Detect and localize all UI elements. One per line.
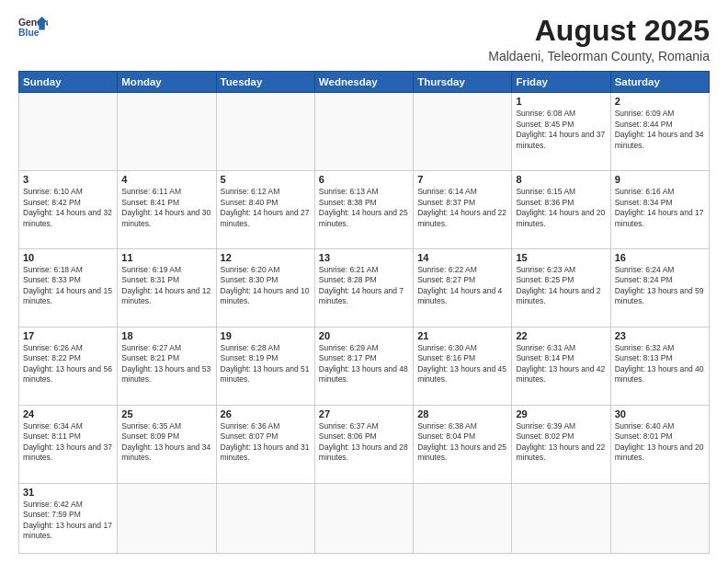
day-number: 5 <box>221 174 311 185</box>
day-number: 6 <box>319 174 409 185</box>
calendar-cell <box>314 93 413 171</box>
weekday-header-tuesday: Tuesday <box>216 72 314 93</box>
calendar-cell: 25Sunrise: 6:35 AMSunset: 8:09 PMDayligh… <box>118 405 216 483</box>
day-info: Sunrise: 6:20 AMSunset: 8:30 PMDaylight:… <box>221 265 311 307</box>
day-number: 23 <box>615 330 705 341</box>
day-number: 28 <box>417 408 507 419</box>
calendar-cell: 22Sunrise: 6:31 AMSunset: 8:14 PMDayligh… <box>512 327 610 405</box>
day-number: 7 <box>417 174 507 185</box>
day-number: 2 <box>615 96 705 107</box>
calendar-cell: 26Sunrise: 6:36 AMSunset: 8:07 PMDayligh… <box>216 405 314 483</box>
calendar-cell: 28Sunrise: 6:38 AMSunset: 8:04 PMDayligh… <box>414 405 512 483</box>
calendar-cell <box>118 93 216 171</box>
day-info: Sunrise: 6:08 AMSunset: 8:45 PMDaylight:… <box>516 109 606 151</box>
day-info: Sunrise: 6:27 AMSunset: 8:21 PMDaylight:… <box>121 343 211 385</box>
day-info: Sunrise: 6:42 AMSunset: 7:59 PMDaylight:… <box>23 500 113 542</box>
calendar-cell: 15Sunrise: 6:23 AMSunset: 8:25 PMDayligh… <box>512 249 610 327</box>
calendar-week-1: 1Sunrise: 6:08 AMSunset: 8:45 PMDaylight… <box>19 93 710 171</box>
weekday-header-row: SundayMondayTuesdayWednesdayThursdayFrid… <box>19 72 710 93</box>
day-number: 14 <box>417 252 507 263</box>
calendar-cell <box>314 483 413 553</box>
day-info: Sunrise: 6:28 AMSunset: 8:19 PMDaylight:… <box>221 343 311 385</box>
day-number: 8 <box>516 174 606 185</box>
day-number: 21 <box>417 330 507 341</box>
day-info: Sunrise: 6:10 AMSunset: 8:42 PMDaylight:… <box>23 187 113 229</box>
month-title: August 2025 <box>488 15 710 47</box>
day-info: Sunrise: 6:31 AMSunset: 8:14 PMDaylight:… <box>516 343 606 385</box>
day-info: Sunrise: 6:40 AMSunset: 8:01 PMDaylight:… <box>615 421 705 464</box>
day-info: Sunrise: 6:14 AMSunset: 8:37 PMDaylight:… <box>417 187 507 229</box>
calendar-cell: 30Sunrise: 6:40 AMSunset: 8:01 PMDayligh… <box>610 405 709 483</box>
day-number: 10 <box>23 252 113 263</box>
header: General Blue August 2025 Maldaeni, Teleo… <box>18 15 710 63</box>
calendar-cell: 11Sunrise: 6:19 AMSunset: 8:31 PMDayligh… <box>118 249 216 327</box>
weekday-header-thursday: Thursday <box>414 72 512 93</box>
calendar-week-3: 10Sunrise: 6:18 AMSunset: 8:33 PMDayligh… <box>19 249 710 327</box>
calendar-cell: 1Sunrise: 6:08 AMSunset: 8:45 PMDaylight… <box>512 93 610 171</box>
title-area: August 2025 Maldaeni, Teleorman County, … <box>488 15 710 63</box>
day-info: Sunrise: 6:30 AMSunset: 8:16 PMDaylight:… <box>417 343 507 385</box>
day-info: Sunrise: 6:36 AMSunset: 8:07 PMDaylight:… <box>221 421 311 464</box>
calendar-week-4: 17Sunrise: 6:26 AMSunset: 8:22 PMDayligh… <box>19 327 710 405</box>
calendar-cell: 18Sunrise: 6:27 AMSunset: 8:21 PMDayligh… <box>118 327 216 405</box>
calendar-cell: 5Sunrise: 6:12 AMSunset: 8:40 PMDaylight… <box>216 171 314 249</box>
day-info: Sunrise: 6:12 AMSunset: 8:40 PMDaylight:… <box>221 187 311 229</box>
day-number: 15 <box>516 252 606 263</box>
day-number: 20 <box>319 330 409 341</box>
day-number: 13 <box>319 252 409 263</box>
day-number: 1 <box>516 96 606 107</box>
location-subtitle: Maldaeni, Teleorman County, Romania <box>488 49 710 63</box>
day-number: 27 <box>319 408 409 419</box>
day-number: 24 <box>23 408 113 419</box>
weekday-header-saturday: Saturday <box>610 72 709 93</box>
day-number: 11 <box>121 252 211 263</box>
day-number: 18 <box>121 330 211 341</box>
day-info: Sunrise: 6:13 AMSunset: 8:38 PMDaylight:… <box>319 187 409 229</box>
day-info: Sunrise: 6:29 AMSunset: 8:17 PMDaylight:… <box>319 343 409 385</box>
calendar-cell <box>216 93 314 171</box>
day-info: Sunrise: 6:15 AMSunset: 8:36 PMDaylight:… <box>516 187 606 229</box>
calendar-cell: 12Sunrise: 6:20 AMSunset: 8:30 PMDayligh… <box>216 249 314 327</box>
day-number: 22 <box>516 330 606 341</box>
day-number: 19 <box>221 330 311 341</box>
calendar-cell <box>19 93 118 171</box>
day-number: 4 <box>121 174 211 185</box>
calendar-cell: 7Sunrise: 6:14 AMSunset: 8:37 PMDaylight… <box>414 171 512 249</box>
calendar-cell: 20Sunrise: 6:29 AMSunset: 8:17 PMDayligh… <box>314 327 413 405</box>
calendar-table: SundayMondayTuesdayWednesdayThursdayFrid… <box>18 71 710 554</box>
day-number: 9 <box>615 174 705 185</box>
calendar-week-5: 24Sunrise: 6:34 AMSunset: 8:11 PMDayligh… <box>19 405 710 483</box>
calendar-cell: 24Sunrise: 6:34 AMSunset: 8:11 PMDayligh… <box>19 405 118 483</box>
day-info: Sunrise: 6:35 AMSunset: 8:09 PMDaylight:… <box>121 421 211 464</box>
calendar-cell <box>610 483 709 553</box>
day-number: 17 <box>23 330 113 341</box>
day-number: 29 <box>516 408 606 419</box>
day-number: 31 <box>23 487 113 498</box>
weekday-header-sunday: Sunday <box>19 72 118 93</box>
calendar-cell <box>216 483 314 553</box>
calendar-cell: 10Sunrise: 6:18 AMSunset: 8:33 PMDayligh… <box>19 249 118 327</box>
calendar-cell: 16Sunrise: 6:24 AMSunset: 8:24 PMDayligh… <box>610 249 709 327</box>
day-number: 16 <box>615 252 705 263</box>
calendar-week-6: 31Sunrise: 6:42 AMSunset: 7:59 PMDayligh… <box>19 483 710 553</box>
page: General Blue August 2025 Maldaeni, Teleo… <box>0 0 728 563</box>
weekday-header-friday: Friday <box>512 72 610 93</box>
weekday-header-monday: Monday <box>118 72 216 93</box>
calendar-cell: 31Sunrise: 6:42 AMSunset: 7:59 PMDayligh… <box>19 483 118 553</box>
logo: General Blue <box>18 15 48 40</box>
calendar-cell: 17Sunrise: 6:26 AMSunset: 8:22 PMDayligh… <box>19 327 118 405</box>
calendar-week-2: 3Sunrise: 6:10 AMSunset: 8:42 PMDaylight… <box>19 171 710 249</box>
day-number: 26 <box>221 408 311 419</box>
calendar-cell: 2Sunrise: 6:09 AMSunset: 8:44 PMDaylight… <box>610 93 709 171</box>
day-info: Sunrise: 6:21 AMSunset: 8:28 PMDaylight:… <box>319 265 409 307</box>
weekday-header-wednesday: Wednesday <box>314 72 413 93</box>
calendar-cell: 4Sunrise: 6:11 AMSunset: 8:41 PMDaylight… <box>118 171 216 249</box>
calendar-cell <box>512 483 610 553</box>
calendar-cell: 29Sunrise: 6:39 AMSunset: 8:02 PMDayligh… <box>512 405 610 483</box>
calendar-cell: 23Sunrise: 6:32 AMSunset: 8:13 PMDayligh… <box>610 327 709 405</box>
day-info: Sunrise: 6:18 AMSunset: 8:33 PMDaylight:… <box>23 265 113 307</box>
calendar-cell <box>118 483 216 553</box>
day-info: Sunrise: 6:23 AMSunset: 8:25 PMDaylight:… <box>516 265 606 307</box>
day-info: Sunrise: 6:34 AMSunset: 8:11 PMDaylight:… <box>23 421 113 464</box>
calendar-cell: 14Sunrise: 6:22 AMSunset: 8:27 PMDayligh… <box>414 249 512 327</box>
